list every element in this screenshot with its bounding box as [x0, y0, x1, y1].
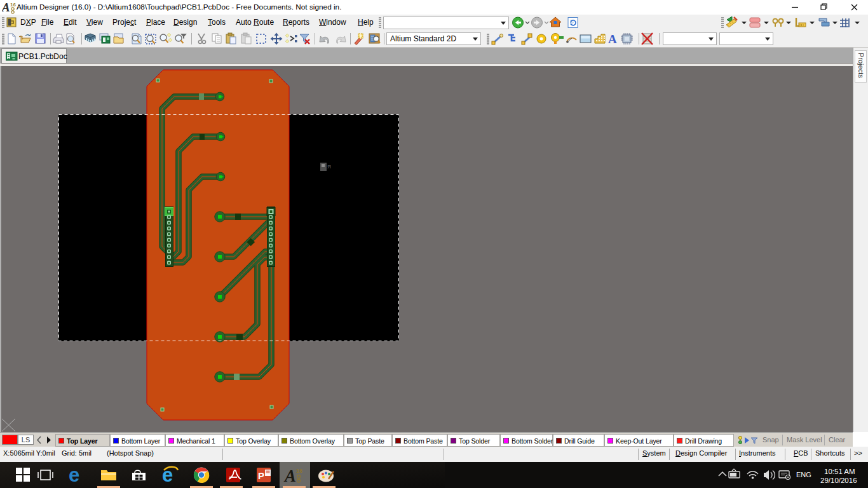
svg-text:16: 16 — [296, 468, 302, 474]
svg-text:A: A — [2, 1, 10, 14]
svg-text:10:51 AM: 10:51 AM — [824, 468, 855, 475]
svg-text:16: 16 — [10, 2, 16, 8]
svg-text:P: P — [258, 470, 264, 481]
svg-text:Я: Я — [327, 164, 331, 170]
svg-text:29/10/2016: 29/10/2016 — [820, 477, 857, 484]
svg-text:A: A — [283, 466, 296, 485]
svg-text:e: e — [69, 464, 79, 486]
svg-text:A: A — [608, 32, 617, 46]
svg-text:ENG: ENG — [796, 471, 811, 478]
